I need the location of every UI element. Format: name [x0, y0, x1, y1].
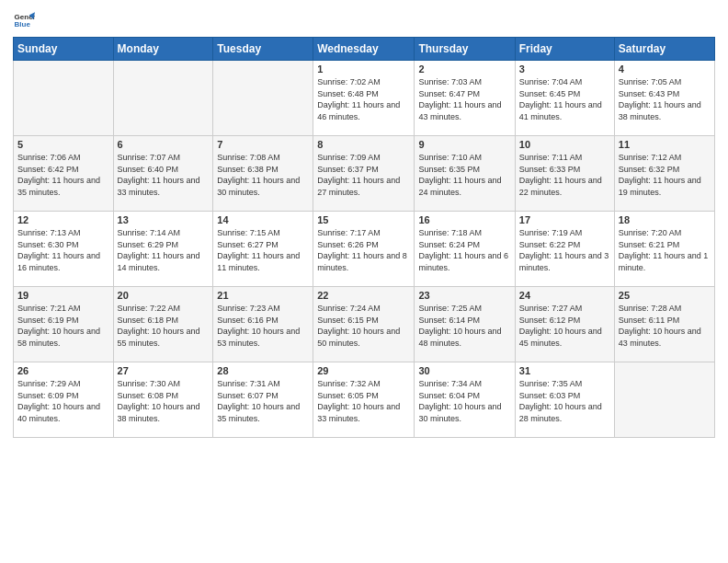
- svg-text:Blue: Blue: [15, 20, 31, 29]
- day-info: Sunrise: 7:12 AM Sunset: 6:32 PM Dayligh…: [619, 152, 711, 198]
- calendar-cell: 31Sunrise: 7:35 AM Sunset: 6:03 PM Dayli…: [515, 362, 614, 438]
- calendar-week-row: 1Sunrise: 7:02 AM Sunset: 6:48 PM Daylig…: [14, 61, 715, 136]
- day-number: 20: [118, 290, 210, 301]
- calendar-week-row: 19Sunrise: 7:21 AM Sunset: 6:19 PM Dayli…: [14, 287, 715, 362]
- calendar-cell: 10Sunrise: 7:11 AM Sunset: 6:33 PM Dayli…: [515, 136, 614, 212]
- day-info: Sunrise: 7:18 AM Sunset: 6:24 PM Dayligh…: [418, 227, 510, 273]
- day-info: Sunrise: 7:17 AM Sunset: 6:26 PM Dayligh…: [317, 227, 410, 273]
- calendar-cell: 2Sunrise: 7:03 AM Sunset: 6:47 PM Daylig…: [415, 61, 515, 136]
- day-header-saturday: Saturday: [614, 38, 714, 61]
- calendar-cell: 7Sunrise: 7:08 AM Sunset: 6:38 PM Daylig…: [213, 136, 313, 212]
- day-info: Sunrise: 7:32 AM Sunset: 6:05 PM Dayligh…: [317, 378, 410, 424]
- calendar-week-row: 5Sunrise: 7:06 AM Sunset: 6:42 PM Daylig…: [14, 136, 715, 212]
- calendar-cell: [113, 61, 213, 136]
- day-info: Sunrise: 7:10 AM Sunset: 6:35 PM Dayligh…: [418, 152, 510, 198]
- day-number: 7: [217, 139, 309, 150]
- calendar-cell: 8Sunrise: 7:09 AM Sunset: 6:37 PM Daylig…: [313, 136, 415, 212]
- header: General Blue: [13, 9, 715, 31]
- day-info: Sunrise: 7:25 AM Sunset: 6:14 PM Dayligh…: [418, 303, 510, 349]
- day-number: 5: [17, 139, 109, 150]
- calendar-cell: 11Sunrise: 7:12 AM Sunset: 6:32 PM Dayli…: [614, 136, 714, 212]
- page-container: General Blue SundayMondayTuesdayWednesda…: [0, 0, 728, 445]
- calendar-cell: 25Sunrise: 7:28 AM Sunset: 6:11 PM Dayli…: [614, 287, 714, 362]
- calendar-header-row: SundayMondayTuesdayWednesdayThursdayFrid…: [14, 38, 715, 61]
- calendar-cell: 29Sunrise: 7:32 AM Sunset: 6:05 PM Dayli…: [313, 362, 415, 438]
- calendar-cell: 15Sunrise: 7:17 AM Sunset: 6:26 PM Dayli…: [313, 212, 415, 287]
- day-number: 30: [418, 365, 510, 376]
- day-info: Sunrise: 7:21 AM Sunset: 6:19 PM Dayligh…: [17, 303, 109, 349]
- day-info: Sunrise: 7:04 AM Sunset: 6:45 PM Dayligh…: [519, 76, 610, 122]
- logo: General Blue: [13, 9, 39, 31]
- day-number: 10: [519, 139, 610, 150]
- day-info: Sunrise: 7:23 AM Sunset: 6:16 PM Dayligh…: [217, 303, 309, 349]
- calendar-cell: 17Sunrise: 7:19 AM Sunset: 6:22 PM Dayli…: [515, 212, 614, 287]
- calendar-cell: 3Sunrise: 7:04 AM Sunset: 6:45 PM Daylig…: [515, 61, 614, 136]
- day-info: Sunrise: 7:24 AM Sunset: 6:15 PM Dayligh…: [317, 303, 410, 349]
- day-info: Sunrise: 7:08 AM Sunset: 6:38 PM Dayligh…: [217, 152, 309, 198]
- day-number: 28: [217, 365, 309, 376]
- day-info: Sunrise: 7:31 AM Sunset: 6:07 PM Dayligh…: [217, 378, 309, 424]
- day-number: 2: [418, 63, 510, 75]
- day-number: 22: [317, 290, 410, 301]
- day-info: Sunrise: 7:27 AM Sunset: 6:12 PM Dayligh…: [519, 303, 610, 349]
- calendar-cell: [14, 61, 114, 136]
- day-info: Sunrise: 7:29 AM Sunset: 6:09 PM Dayligh…: [17, 378, 109, 424]
- day-info: Sunrise: 7:15 AM Sunset: 6:27 PM Dayligh…: [217, 227, 309, 273]
- day-number: 1: [317, 63, 410, 75]
- calendar-cell: 4Sunrise: 7:05 AM Sunset: 6:43 PM Daylig…: [614, 61, 714, 136]
- day-number: 3: [519, 63, 610, 75]
- day-number: 17: [519, 214, 610, 225]
- day-number: 15: [317, 214, 410, 225]
- day-info: Sunrise: 7:22 AM Sunset: 6:18 PM Dayligh…: [118, 303, 210, 349]
- calendar-cell: 22Sunrise: 7:24 AM Sunset: 6:15 PM Dayli…: [313, 287, 415, 362]
- calendar-cell: [614, 362, 714, 438]
- day-info: Sunrise: 7:30 AM Sunset: 6:08 PM Dayligh…: [118, 378, 210, 424]
- day-number: 19: [17, 290, 109, 301]
- calendar-cell: 21Sunrise: 7:23 AM Sunset: 6:16 PM Dayli…: [213, 287, 313, 362]
- calendar-cell: 23Sunrise: 7:25 AM Sunset: 6:14 PM Dayli…: [415, 287, 515, 362]
- day-number: 25: [619, 290, 711, 301]
- day-number: 13: [118, 214, 210, 225]
- day-header-tuesday: Tuesday: [213, 38, 313, 61]
- calendar-cell: 18Sunrise: 7:20 AM Sunset: 6:21 PM Dayli…: [614, 212, 714, 287]
- day-number: 26: [17, 365, 109, 376]
- logo-icon: General Blue: [13, 9, 35, 31]
- day-number: 12: [17, 214, 109, 225]
- calendar-cell: 24Sunrise: 7:27 AM Sunset: 6:12 PM Dayli…: [515, 287, 614, 362]
- day-info: Sunrise: 7:09 AM Sunset: 6:37 PM Dayligh…: [317, 152, 410, 198]
- calendar-cell: 12Sunrise: 7:13 AM Sunset: 6:30 PM Dayli…: [14, 212, 114, 287]
- day-number: 18: [619, 214, 711, 225]
- day-number: 6: [118, 139, 210, 150]
- calendar-cell: 28Sunrise: 7:31 AM Sunset: 6:07 PM Dayli…: [213, 362, 313, 438]
- day-number: 11: [619, 139, 711, 150]
- day-info: Sunrise: 7:06 AM Sunset: 6:42 PM Dayligh…: [17, 152, 109, 198]
- day-info: Sunrise: 7:11 AM Sunset: 6:33 PM Dayligh…: [519, 152, 610, 198]
- day-info: Sunrise: 7:05 AM Sunset: 6:43 PM Dayligh…: [619, 76, 711, 122]
- day-number: 27: [118, 365, 210, 376]
- day-header-friday: Friday: [515, 38, 614, 61]
- calendar-table: SundayMondayTuesdayWednesdayThursdayFrid…: [13, 37, 715, 438]
- day-number: 4: [619, 63, 711, 75]
- day-info: Sunrise: 7:02 AM Sunset: 6:48 PM Dayligh…: [317, 76, 410, 122]
- day-header-wednesday: Wednesday: [313, 38, 415, 61]
- calendar-cell: 30Sunrise: 7:34 AM Sunset: 6:04 PM Dayli…: [415, 362, 515, 438]
- day-info: Sunrise: 7:14 AM Sunset: 6:29 PM Dayligh…: [118, 227, 210, 273]
- day-info: Sunrise: 7:34 AM Sunset: 6:04 PM Dayligh…: [418, 378, 510, 424]
- calendar-cell: 26Sunrise: 7:29 AM Sunset: 6:09 PM Dayli…: [14, 362, 114, 438]
- calendar-week-row: 26Sunrise: 7:29 AM Sunset: 6:09 PM Dayli…: [14, 362, 715, 438]
- day-info: Sunrise: 7:28 AM Sunset: 6:11 PM Dayligh…: [619, 303, 711, 349]
- day-number: 29: [317, 365, 410, 376]
- calendar-cell: 19Sunrise: 7:21 AM Sunset: 6:19 PM Dayli…: [14, 287, 114, 362]
- calendar-cell: 16Sunrise: 7:18 AM Sunset: 6:24 PM Dayli…: [415, 212, 515, 287]
- day-info: Sunrise: 7:13 AM Sunset: 6:30 PM Dayligh…: [17, 227, 109, 273]
- day-header-monday: Monday: [113, 38, 213, 61]
- calendar-cell: 14Sunrise: 7:15 AM Sunset: 6:27 PM Dayli…: [213, 212, 313, 287]
- day-number: 21: [217, 290, 309, 301]
- day-number: 23: [418, 290, 510, 301]
- day-info: Sunrise: 7:35 AM Sunset: 6:03 PM Dayligh…: [519, 378, 610, 424]
- calendar-cell: 27Sunrise: 7:30 AM Sunset: 6:08 PM Dayli…: [113, 362, 213, 438]
- day-number: 16: [418, 214, 510, 225]
- day-number: 31: [519, 365, 610, 376]
- calendar-cell: 6Sunrise: 7:07 AM Sunset: 6:40 PM Daylig…: [113, 136, 213, 212]
- day-info: Sunrise: 7:03 AM Sunset: 6:47 PM Dayligh…: [418, 76, 510, 122]
